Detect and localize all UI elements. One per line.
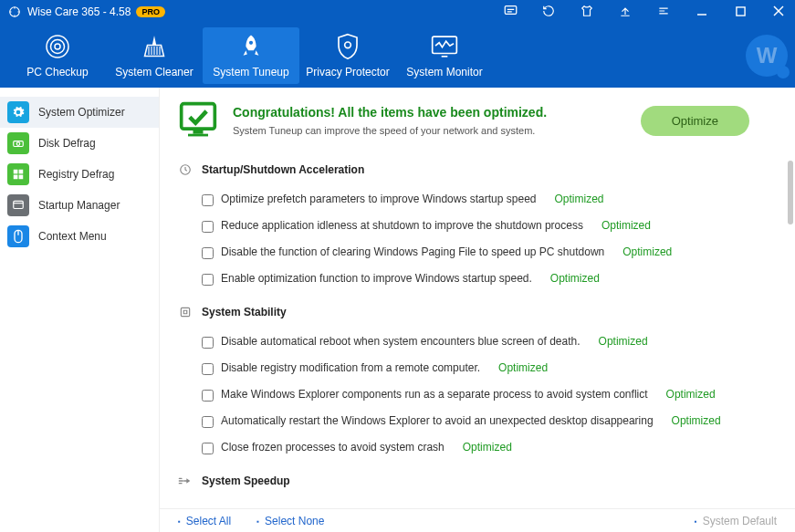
section-title: System Stability	[202, 306, 287, 318]
shield-icon	[336, 33, 360, 60]
sidebar-item-context-menu[interactable]: Context Menu	[0, 221, 159, 252]
sidebar-item-label: System Optimizer	[38, 106, 125, 119]
svg-point-7	[51, 40, 65, 54]
sidebar-item-startup-manager[interactable]: Startup Manager	[0, 190, 159, 221]
option-row: Disable automatical reboot when system e…	[178, 329, 768, 355]
svg-rect-21	[182, 104, 215, 130]
close-icon[interactable]	[769, 5, 788, 19]
mouse-icon	[7, 225, 29, 247]
option-row: Disable registry modification from a rem…	[178, 355, 768, 381]
feedback-icon[interactable]	[501, 5, 519, 19]
select-none-link[interactable]: Select None	[256, 515, 324, 527]
option-status: Optimized	[498, 361, 548, 374]
skin-icon[interactable]	[578, 5, 596, 20]
option-checkbox[interactable]	[202, 274, 214, 286]
tab-label: System Cleaner	[115, 66, 193, 78]
option-status: Optimized	[463, 441, 512, 454]
option-row: Optimize prefetch parameters to improve …	[178, 186, 768, 213]
titlebar: Wise Care 365 - 4.58 PRO	[0, 0, 795, 24]
svg-rect-18	[14, 201, 24, 208]
option-status: Optimized	[666, 388, 716, 401]
section-title: System Speedup	[202, 475, 290, 487]
header-subtitle: System Tuneup can improve the speed of y…	[233, 125, 547, 136]
option-status: Optimized	[672, 414, 721, 427]
option-checkbox[interactable]	[202, 390, 214, 402]
svg-rect-17	[19, 175, 24, 180]
brand-logo: W	[746, 35, 788, 77]
option-row: Reduce application idleness at shutdown …	[178, 213, 768, 239]
option-text: Automatically restart the Windows Explor…	[221, 414, 654, 427]
tab-system-monitor[interactable]: System Monitor	[396, 27, 493, 84]
option-status: Optimized	[599, 335, 648, 348]
option-text: Make Windows Explorer components run as …	[221, 388, 648, 401]
options-list[interactable]: Startup/Shutdown AccelerationOptimize pr…	[160, 150, 795, 508]
option-status: Optimized	[550, 272, 600, 285]
section-icon	[178, 474, 193, 488]
option-checkbox[interactable]	[202, 337, 214, 349]
option-row: Close frozen processes to avoid system c…	[178, 434, 768, 461]
sidebar: System Optimizer Disk Defrag Registry De…	[0, 88, 160, 532]
svg-rect-16	[14, 175, 18, 180]
target-icon	[44, 33, 71, 60]
option-status: Optimized	[601, 219, 651, 232]
option-row: Enable optimization function to improve …	[178, 266, 768, 292]
option-row: Automatically restart the Windows Explor…	[178, 408, 768, 434]
system-default-link[interactable]: System Default	[695, 515, 777, 527]
sidebar-item-disk-defrag[interactable]: Disk Defrag	[0, 128, 159, 159]
select-all-link[interactable]: Select All	[178, 515, 231, 527]
option-checkbox[interactable]	[202, 247, 214, 259]
option-checkbox[interactable]	[202, 194, 214, 206]
tab-system-cleaner[interactable]: System Cleaner	[106, 27, 203, 84]
tab-label: PC Checkup	[26, 66, 88, 78]
app-title: Wise Care 365 - 4.58	[27, 5, 131, 18]
tab-label: System Monitor	[406, 66, 482, 78]
option-checkbox[interactable]	[202, 363, 214, 375]
section-icon	[178, 305, 193, 319]
content-header: Congratulations! All the items have been…	[160, 88, 795, 150]
svg-rect-3	[736, 7, 744, 16]
option-row: Make Windows Explorer components run as …	[178, 381, 768, 408]
option-checkbox[interactable]	[202, 416, 214, 428]
gear-icon	[7, 101, 29, 123]
refresh-icon[interactable]	[539, 5, 558, 20]
option-text: Close frozen processes to avoid system c…	[221, 441, 445, 454]
sidebar-item-label: Startup Manager	[38, 199, 120, 212]
option-text: Optimize prefetch parameters to improve …	[221, 193, 536, 205]
tab-system-tuneup[interactable]: System Tuneup	[203, 27, 299, 84]
option-checkbox[interactable]	[202, 221, 214, 233]
success-monitor-icon	[178, 100, 218, 141]
toolbar: PC Checkup System Cleaner System Tuneup …	[0, 24, 795, 88]
sidebar-item-label: Context Menu	[38, 230, 107, 243]
maximize-icon[interactable]	[731, 5, 749, 19]
sidebar-item-label: Disk Defrag	[38, 137, 96, 150]
optimize-button[interactable]: Optimize	[641, 106, 749, 136]
svg-point-8	[55, 44, 60, 49]
tab-privacy-protector[interactable]: Privacy Protector	[299, 27, 396, 84]
option-status: Optimized	[554, 193, 603, 205]
sidebar-item-registry-defrag[interactable]: Registry Defrag	[0, 159, 159, 190]
sidebar-item-label: Registry Defrag	[38, 168, 114, 181]
tab-pc-checkup[interactable]: PC Checkup	[9, 27, 106, 84]
window-icon	[7, 194, 29, 216]
svg-rect-25	[181, 308, 189, 316]
svg-rect-22	[194, 130, 204, 134]
option-status: Optimized	[622, 245, 672, 258]
monitor-icon	[431, 33, 458, 60]
rocket-icon	[238, 33, 264, 60]
svg-point-13	[16, 142, 20, 146]
scrollbar-thumb[interactable]	[788, 161, 793, 224]
section-header: Startup/Shutdown Acceleration	[178, 162, 768, 177]
app-icon	[7, 5, 22, 19]
option-checkbox[interactable]	[202, 443, 214, 454]
option-text: Disable automatical reboot when system e…	[221, 335, 581, 348]
menu-icon[interactable]	[654, 5, 673, 20]
svg-point-6	[47, 36, 68, 57]
minimize-icon[interactable]	[693, 5, 711, 19]
pro-badge: PRO	[136, 6, 165, 17]
title-actions	[501, 5, 788, 20]
sidebar-item-system-optimizer[interactable]: System Optimizer	[0, 97, 159, 128]
upload-icon[interactable]	[616, 5, 634, 20]
svg-point-10	[345, 42, 351, 48]
footer: Select All Select None System Default	[160, 508, 795, 532]
section-icon	[178, 162, 193, 177]
